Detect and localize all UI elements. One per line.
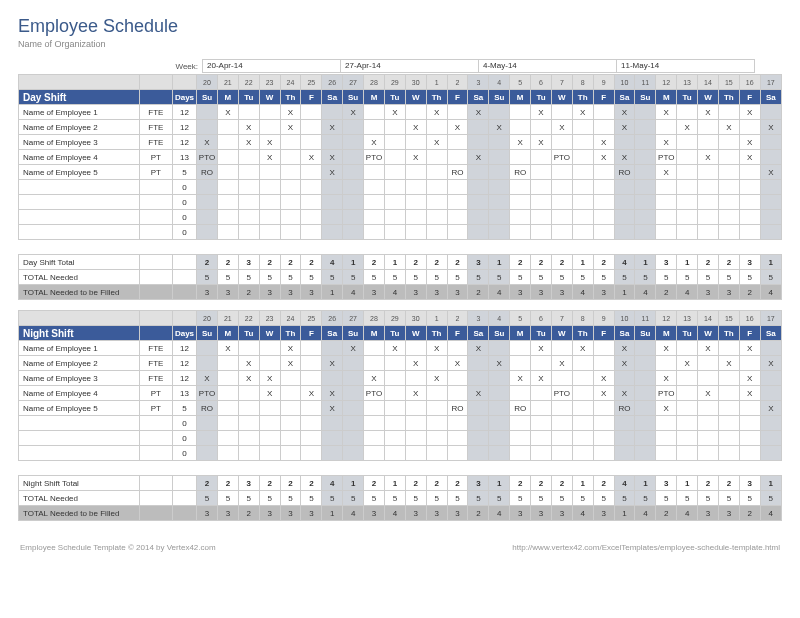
week-date-0[interactable]: 20-Apr-14 xyxy=(202,59,341,73)
employee-type: FTE xyxy=(139,105,172,120)
shift-name: Night Shift xyxy=(19,326,140,341)
empty-row: 0 xyxy=(19,180,782,195)
days-header: Days xyxy=(172,326,196,341)
day-number-row: 2021222324252627282930123456789101112131… xyxy=(19,75,782,90)
spacer-row xyxy=(19,461,782,476)
empty-row: 0 xyxy=(19,225,782,240)
employee-days: 12 xyxy=(172,371,196,386)
shift-name: Day Shift xyxy=(19,90,140,105)
employee-row: Name of Employee 2FTE12XXXXXXXXXXX xyxy=(19,356,782,371)
week-date-1: 27-Apr-14 xyxy=(341,59,479,73)
employee-row: Name of Employee 1FTE12XXXXXXXXXXXX xyxy=(19,105,782,120)
empty-row: 0 xyxy=(19,416,782,431)
empty-row: 0 xyxy=(19,195,782,210)
employee-days: 12 xyxy=(172,105,196,120)
employee-name: Name of Employee 1 xyxy=(19,105,140,120)
employee-row: Name of Employee 4PT13PTOXXXPTOXXPTOXXPT… xyxy=(19,386,782,401)
week-row: Week: 20-Apr-14 27-Apr-14 4-May-14 11-Ma… xyxy=(18,59,782,73)
total-needed-row: TOTAL Needed5555555555555555555555555555 xyxy=(19,491,782,506)
employee-row: Name of Employee 3FTE12XXXXXXXXXX xyxy=(19,371,782,386)
employee-row: Name of Employee 2FTE12XXXXXXXXXXX xyxy=(19,120,782,135)
shift-total-row: Night Shift Total22322241212223122212413… xyxy=(19,476,782,491)
employee-name: Name of Employee 2 xyxy=(19,120,140,135)
employee-name: Name of Employee 2 xyxy=(19,356,140,371)
employee-type: PT xyxy=(139,401,172,416)
employee-name: Name of Employee 3 xyxy=(19,371,140,386)
employee-days: 12 xyxy=(172,341,196,356)
employee-name: Name of Employee 5 xyxy=(19,401,140,416)
footer-left: Employee Schedule Template © 2014 by Ver… xyxy=(20,543,216,552)
employee-days: 13 xyxy=(172,150,196,165)
spacer-row xyxy=(19,240,782,255)
fill-row: TOTAL Needed to be Filled332333143433324… xyxy=(19,506,782,521)
page-title: Employee Schedule xyxy=(18,16,782,37)
total-needed-row: TOTAL Needed5555555555555555555555555555 xyxy=(19,270,782,285)
employee-days: 12 xyxy=(172,356,196,371)
employee-days: 5 xyxy=(172,401,196,416)
employee-row: Name of Employee 4PT13PTOXXXPTOXXPTOXXPT… xyxy=(19,150,782,165)
employee-type: PT xyxy=(139,150,172,165)
empty-row: 0 xyxy=(19,431,782,446)
employee-row: Name of Employee 3FTE12XXXXXXXXXX xyxy=(19,135,782,150)
employee-type: FTE xyxy=(139,135,172,150)
day-number-row: 2021222324252627282930123456789101112131… xyxy=(19,311,782,326)
employee-type: PT xyxy=(139,165,172,180)
employee-name: Name of Employee 5 xyxy=(19,165,140,180)
employee-name: Name of Employee 1 xyxy=(19,341,140,356)
week-date-3: 11-May-14 xyxy=(617,59,755,73)
empty-row: 0 xyxy=(19,210,782,225)
footer-right: http://www.vertex42.com/ExcelTemplates/e… xyxy=(512,543,780,552)
employee-name: Name of Employee 3 xyxy=(19,135,140,150)
employee-type: FTE xyxy=(139,120,172,135)
employee-type: FTE xyxy=(139,371,172,386)
employee-days: 12 xyxy=(172,135,196,150)
footer: Employee Schedule Template © 2014 by Ver… xyxy=(18,543,782,552)
days-header: Days xyxy=(172,90,196,105)
shift-total-row: Day Shift Total2232224121222312221241312… xyxy=(19,255,782,270)
employee-days: 13 xyxy=(172,386,196,401)
week-label: Week: xyxy=(18,62,202,71)
empty-row: 0 xyxy=(19,446,782,461)
shift-table: 2021222324252627282930123456789101112131… xyxy=(18,310,782,521)
employee-row: Name of Employee 5PT5ROXROROROXX xyxy=(19,401,782,416)
shift-table: 2021222324252627282930123456789101112131… xyxy=(18,74,782,300)
week-date-2: 4-May-14 xyxy=(479,59,617,73)
employee-days: 12 xyxy=(172,120,196,135)
shift-header-row: Night ShiftDaysSuMTuWThFSaSuMTuWThFSaSuM… xyxy=(19,326,782,341)
employee-row: Name of Employee 5PT5ROXROROROXX xyxy=(19,165,782,180)
employee-name: Name of Employee 4 xyxy=(19,386,140,401)
employee-type: FTE xyxy=(139,356,172,371)
organization-name: Name of Organization xyxy=(18,39,782,49)
fill-row: TOTAL Needed to be Filled332333143433324… xyxy=(19,285,782,300)
shift-header-row: Day ShiftDaysSuMTuWThFSaSuMTuWThFSaSuMTu… xyxy=(19,90,782,105)
employee-row: Name of Employee 1FTE12XXXXXXXXXXXX xyxy=(19,341,782,356)
employee-type: PT xyxy=(139,386,172,401)
employee-days: 5 xyxy=(172,165,196,180)
employee-name: Name of Employee 4 xyxy=(19,150,140,165)
employee-type: FTE xyxy=(139,341,172,356)
